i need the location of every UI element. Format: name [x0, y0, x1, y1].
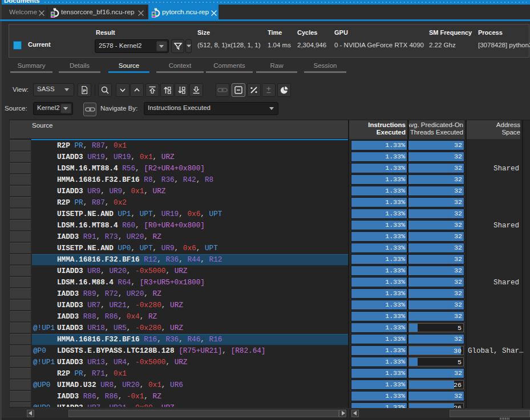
- svg-text:P: P: [83, 88, 87, 93]
